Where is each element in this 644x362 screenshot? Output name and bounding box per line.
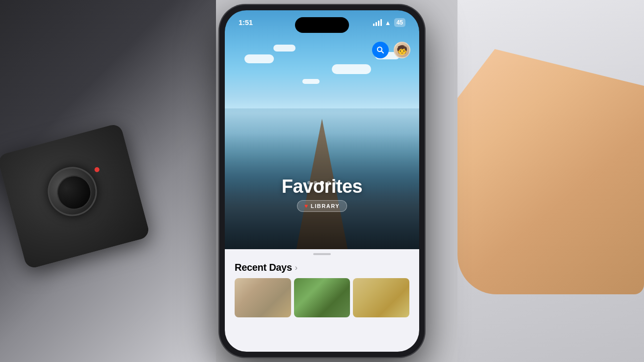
status-right: ▲ 45 [373,18,405,27]
thumbnail-3[interactable] [353,278,409,317]
bottom-sheet: Recent Days › [225,249,419,352]
camera-lens [42,161,102,221]
dynamic-island [295,17,349,33]
library-badge[interactable]: ♥ LIBRARY [297,200,347,212]
phone-wrapper: 1:51 ▲ 45 [219,4,425,358]
dot-1[interactable] [307,181,311,184]
cloud-2 [273,45,295,52]
camera-body [0,123,151,269]
camera-red-dot [94,167,100,173]
battery-level: 45 [397,19,403,26]
pagination-dots [225,181,419,185]
thumbnails-row [225,278,419,317]
thumbnail-1[interactable] [235,278,291,317]
camera-lens-inner [53,172,95,214]
hero-photo[interactable]: 🧒 Favorites ♥ LIBRARY [225,10,419,256]
signal-bar-4 [380,19,382,26]
dot-5[interactable] [333,181,337,184]
thumbnail-2[interactable] [294,278,350,317]
top-icons: 🧒 [372,42,410,58]
heart-icon: ♥ [304,203,308,209]
background-left [0,0,216,362]
dot-4[interactable] [327,181,330,184]
dot-2[interactable] [314,181,317,184]
chevron-right-icon: › [295,263,297,272]
phone-screen: 1:51 ▲ 45 [225,10,419,352]
status-time: 1:51 [239,18,253,26]
photo-title-text: Favorites [225,176,419,197]
hand [457,49,644,294]
recent-days-row[interactable]: Recent Days › [225,255,419,278]
dot-3-active[interactable] [320,181,324,185]
svg-line-1 [381,51,383,53]
phone-frame: 1:51 ▲ 45 [219,4,425,358]
cloud-5 [302,79,320,84]
signal-bar-1 [373,24,375,26]
search-icon [376,46,384,54]
search-button[interactable] [372,42,389,58]
battery-indicator: 45 [394,18,405,27]
wifi-icon: ▲ [385,19,391,26]
library-badge-label: LIBRARY [311,203,340,209]
signal-bar-3 [378,21,379,26]
recent-days-label: Recent Days [235,262,292,273]
cloud-1 [244,54,274,63]
signal-bar-2 [376,22,377,26]
signal-bars-icon [373,19,382,26]
avatar-emoji: 🧒 [395,43,409,57]
scene: 1:51 ▲ 45 [0,0,644,362]
cloud-3 [332,64,371,74]
avatar-button[interactable]: 🧒 [394,42,410,58]
